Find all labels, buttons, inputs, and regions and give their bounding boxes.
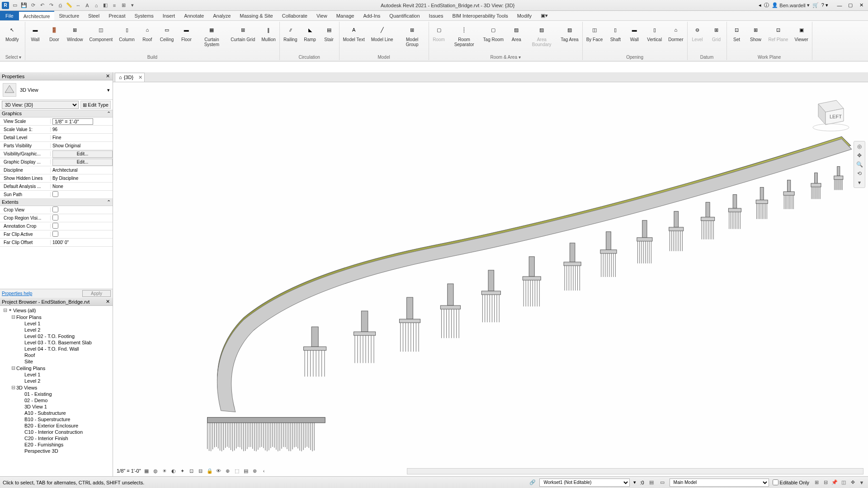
apply-button[interactable]: Apply — [82, 290, 111, 297]
graphics-category[interactable]: Graphics⌃ — [0, 110, 113, 117]
save-icon[interactable]: 💾 — [20, 1, 28, 9]
roof-button[interactable]: ⌂Roof — [138, 23, 156, 43]
level-button[interactable]: ⊖Level — [689, 23, 707, 43]
tree-item[interactable]: Level 2 — [1, 327, 112, 333]
ceiling-plans-node[interactable]: ⊟Ceiling Plans — [1, 365, 112, 371]
analytical-icon[interactable]: ▤ — [242, 467, 250, 474]
thin-lines-icon[interactable]: ≡ — [110, 1, 118, 9]
shadows-icon[interactable]: ◐ — [170, 467, 177, 474]
workset-icon[interactable]: 🔗 — [529, 479, 536, 485]
floor-plans-node[interactable]: ⊟Floor Plans — [1, 314, 112, 320]
properties-close-icon[interactable]: ✕ — [104, 73, 111, 79]
minimize-button[interactable]: — — [835, 2, 844, 9]
switch-windows-icon[interactable]: ▾ — [128, 1, 137, 9]
property-row[interactable]: Parts VisibilityShow Original — [0, 142, 113, 150]
keytips-icon[interactable]: ◂ — [759, 2, 761, 8]
curtain-grid-button[interactable]: ⊞Curtain Grid — [228, 23, 258, 43]
pan-icon[interactable]: ✥ — [857, 152, 862, 159]
vertical-button[interactable]: ▯Vertical — [644, 23, 665, 43]
close-button[interactable]: ✕ — [856, 2, 866, 9]
open-icon[interactable]: ▭ — [11, 1, 19, 9]
select-face-icon[interactable]: ◫ — [840, 479, 847, 486]
property-row[interactable]: Crop Region Visi... — [0, 214, 113, 222]
tab-precast[interactable]: Precast — [104, 11, 130, 20]
property-row[interactable]: Far Clip Offset1000' 0" — [0, 239, 113, 247]
rendering-icon[interactable]: ✦ — [179, 467, 186, 474]
checkbox[interactable] — [52, 215, 58, 221]
curtain-system-button[interactable]: ▦Curtain System — [196, 23, 227, 48]
print-icon[interactable]: ⎙ — [56, 1, 64, 9]
editable-only-checkbox[interactable]: Editable Only — [773, 479, 809, 485]
tree-item[interactable]: B10 - Superstructure — [1, 416, 112, 422]
detail-level-icon[interactable]: ▦ — [143, 467, 150, 474]
floor-button[interactable]: ▬Floor — [177, 23, 195, 43]
tag-room-button[interactable]: ▢Tag Room — [481, 23, 507, 43]
tab-view[interactable]: View — [312, 11, 332, 20]
tab-insert[interactable]: Insert — [158, 11, 180, 20]
tab-systems[interactable]: Systems — [130, 11, 158, 20]
column-button[interactable]: ▯Column — [116, 23, 137, 43]
views-root[interactable]: ⊟⚬ Views (all) — [1, 307, 112, 314]
tree-item[interactable]: Level 1 — [1, 320, 112, 327]
tab-analyze[interactable]: Analyze — [208, 11, 235, 20]
sun-path-icon[interactable]: ☀ — [161, 467, 168, 474]
reveal-hidden-icon[interactable]: ⊕ — [224, 467, 231, 474]
type-selector[interactable]: 3D View ▾ — [0, 80, 113, 100]
redo-icon[interactable]: ↷ — [47, 1, 55, 9]
dimension-icon[interactable]: ↔ — [74, 1, 82, 9]
select-pinned-icon[interactable]: 📌 — [831, 479, 838, 486]
checkbox[interactable] — [52, 223, 58, 229]
tree-item[interactable]: Level 2 — [1, 378, 112, 384]
tree-item[interactable]: Level 02 - T.O. Footing — [1, 333, 112, 339]
tab-architecture[interactable]: Architecture — [19, 11, 55, 20]
by-face-button[interactable]: ◫By Face — [584, 23, 606, 43]
tab-massing[interactable]: Massing & Site — [235, 11, 277, 20]
instance-selector[interactable]: 3D View: {3D} — [2, 101, 79, 109]
set-button[interactable]: ⊡Set — [728, 23, 746, 43]
3d-icon[interactable]: ⌂ — [92, 1, 100, 9]
properties-header[interactable]: Properties ✕ — [0, 72, 113, 80]
lock-3d-icon[interactable]: 🔒 — [206, 467, 213, 474]
sync-icon[interactable]: ⟳ — [29, 1, 37, 9]
tab-close-icon[interactable]: ✕ — [138, 75, 142, 80]
tree-item[interactable]: A10 - Substructure — [1, 410, 112, 416]
cart-icon[interactable]: 🛒 — [812, 2, 819, 8]
crop-view-icon[interactable]: ⊡ — [188, 467, 195, 474]
tree-item[interactable]: C20 - Interior Finish — [1, 435, 112, 441]
select-panel-label[interactable]: Select ▾ — [2, 54, 25, 60]
crop-region-icon[interactable]: ⊟ — [197, 467, 204, 474]
infocenter-icon[interactable]: ⓘ — [764, 2, 769, 9]
close-hidden-icon[interactable]: ⊞ — [119, 1, 127, 9]
3d-canvas[interactable]: LEFT ◎ ✥ 🔍 ⟲ ▾ 1/8" = 1'-0" ▦ ◍ ☀ ◐ ✦ ⊡ — [113, 82, 868, 476]
tree-item[interactable]: 01 - Existing — [1, 391, 112, 397]
tree-item[interactable]: Level 1 — [1, 371, 112, 378]
property-row[interactable]: Sun Path — [0, 191, 113, 199]
tab-collaborate[interactable]: Collaborate — [278, 11, 312, 20]
properties-help-link[interactable]: Properties help — [2, 291, 32, 296]
modify-button[interactable]: ↖Modify — [3, 23, 21, 43]
property-row[interactable]: Far Clip Active — [0, 230, 113, 239]
room-button[interactable]: ▢Room — [430, 23, 448, 43]
wall-button[interactable]: ▬Wall — [26, 23, 44, 43]
edit-button[interactable]: Edit... — [52, 159, 113, 166]
browser-header[interactable]: Project Browser - EndStation_Bridge.rvt … — [0, 298, 113, 306]
room-panel-label[interactable]: Room & Area ▾ — [429, 54, 582, 60]
browser-close-icon[interactable]: ✕ — [104, 299, 111, 305]
edit-type-button[interactable]: ⊞Edit Type — [80, 101, 111, 109]
temp-hide-icon[interactable]: 👁 — [215, 467, 222, 474]
ribbon-overflow-icon[interactable]: ▣▾ — [536, 11, 552, 20]
filter-selection-icon[interactable]: ▼ — [858, 479, 865, 486]
stair-button[interactable]: ▤Stair — [320, 23, 338, 43]
worksharing-display-icon[interactable]: ⬚ — [233, 467, 241, 474]
shaft-button[interactable]: ▯Shaft — [606, 23, 624, 43]
filter-icon[interactable]: ▤ — [648, 479, 655, 486]
property-row[interactable]: Annotation Crop — [0, 222, 113, 230]
checkbox[interactable] — [52, 191, 58, 197]
maximize-button[interactable]: ▢ — [845, 2, 855, 9]
tree-item[interactable]: E20 - Furnishings — [1, 441, 112, 448]
tab-issues[interactable]: Issues — [425, 11, 448, 20]
property-row[interactable]: DisciplineArchitectural — [0, 166, 113, 174]
tree-item[interactable]: Level 04 - T.O. Fnd. Wall — [1, 346, 112, 352]
ref-plane-button[interactable]: ⊡Ref Plane — [766, 23, 791, 43]
file-tab[interactable]: File — [0, 11, 19, 20]
